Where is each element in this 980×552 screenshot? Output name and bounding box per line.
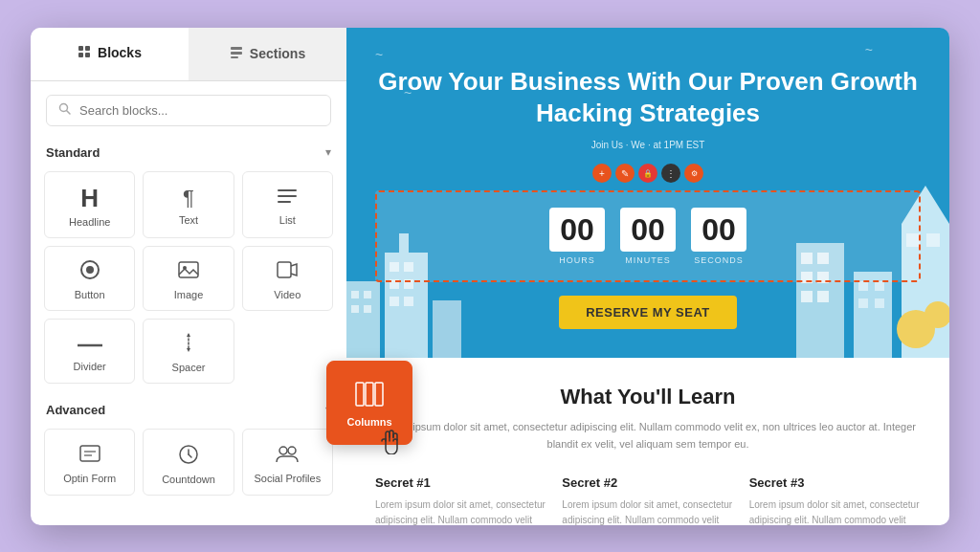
block-countdown[interactable]: Countdown [143,429,234,496]
search-bar[interactable] [46,95,331,126]
tabs-row: Blocks Sections [31,28,346,81]
toolbar-move-btn[interactable]: ⋮ [661,164,680,183]
search-input[interactable] [79,103,319,118]
svg-rect-32 [351,305,359,313]
secret-title-1: Secret #1 [375,475,546,490]
secret-title-2: Secret #2 [562,475,733,490]
optin-form-label: Optin Form [63,473,116,484]
learn-desc: Lorem ipsum dolor sit amet, consectetur … [375,419,921,453]
svg-marker-20 [187,348,190,352]
social-profiles-icon [275,444,300,467]
secrets-grid: Secret #1 Lorem ipsum dolor sit amet, co… [375,475,921,524]
sections-tab-icon [230,46,243,62]
button-label: Button [75,289,105,300]
svg-rect-3 [85,53,90,57]
list-label: List [279,214,296,226]
svg-rect-54 [875,298,884,308]
columns-label: Columns [346,416,391,428]
svg-rect-61 [356,383,364,406]
countdown-icon [177,443,200,468]
countdown-label: Countdown [162,474,215,485]
hero-title: Grow Your Business With Our Proven Growt… [375,66,921,131]
block-optin-form[interactable]: Optin Form [44,429,135,496]
headline-label: Headline [69,216,110,228]
toolbar-edit-btn[interactable]: ✎ [615,164,635,183]
toolbar-settings-btn[interactable]: ⚙ [684,164,703,183]
button-icon [78,260,101,283]
toolbar-add-btn[interactable]: + [592,164,612,183]
bird-icon-3: ~ [865,42,873,57]
standard-blocks-grid: H Headline ¶ Text List [31,167,346,393]
social-profiles-label: Social Profiles [254,473,321,484]
countdown-seconds-label: SECONDS [694,255,744,265]
hero-subtitle: Join Us · We · at 1PM EST [375,140,921,150]
svg-rect-21 [80,446,100,461]
advanced-section-header: Advanced ▾ [31,393,346,425]
countdown-box: 00 HOURS 00 MINUTES 00 SECONDS [375,190,921,282]
optin-form-icon [78,444,101,467]
toolbar-delete-btn[interactable]: 🔒 [638,164,657,183]
block-spacer[interactable]: Spacer [143,319,234,384]
left-panel: Blocks Sections [31,28,346,525]
block-text[interactable]: ¶ Text [143,171,234,238]
bird-icon-1: ~ [375,47,383,62]
advanced-label: Advanced [46,403,105,417]
divider-icon [78,334,102,355]
cursor-hand [380,430,401,459]
spacer-icon [177,333,200,356]
block-list[interactable]: List [242,171,333,238]
block-image[interactable]: Image [143,246,234,311]
svg-rect-16 [278,262,291,277]
block-button[interactable]: Button [44,246,135,311]
right-panel: ~ ~ ~ ~ [346,28,949,525]
text-icon: ¶ [183,188,194,209]
spacer-label: Spacer [172,362,206,373]
secret-text-2: Lorem ipsum dolor sit amet, consectetur … [562,497,733,524]
svg-marker-19 [187,333,190,337]
countdown-minutes: 00 MINUTES [620,208,676,265]
image-icon [177,260,200,283]
svg-rect-53 [858,298,868,308]
svg-rect-5 [231,52,242,55]
learn-title: What You'll Learn [375,385,921,409]
countdown-seconds-value: 00 [691,208,746,252]
video-icon [276,260,299,283]
headline-icon: H [80,186,99,210]
block-social-profiles[interactable]: Social Profiles [242,429,333,496]
secret-item-3: Secret #3 Lorem ipsum dolor sit amet, co… [749,475,921,524]
tab-sections[interactable]: Sections [189,28,346,80]
video-label: Video [274,289,301,300]
svg-rect-1 [85,46,90,51]
text-label: Text [179,214,198,226]
svg-point-13 [86,266,94,274]
svg-rect-0 [78,46,83,51]
svg-line-26 [189,454,191,457]
block-video[interactable]: Video [242,246,333,311]
countdown-hours-value: 00 [549,208,605,252]
countdown-hours-label: HOURS [559,255,595,265]
svg-rect-14 [179,262,198,277]
tab-sections-label: Sections [250,46,305,61]
countdown-toolbar: + ✎ 🔒 ⋮ ⚙ [375,164,921,183]
block-headline[interactable]: H Headline [44,171,135,238]
main-container: Blocks Sections [31,28,949,525]
tab-blocks[interactable]: Blocks [31,28,189,80]
standard-section-header: Standard ▾ [31,136,346,167]
svg-rect-33 [364,305,371,313]
svg-rect-51 [858,281,868,291]
svg-rect-41 [433,300,461,358]
svg-rect-40 [404,297,413,306]
search-icon [58,102,72,119]
hero-section: ~ ~ ~ ~ [346,28,949,359]
block-divider[interactable]: Divider [44,319,135,384]
svg-rect-49 [817,291,829,302]
svg-rect-2 [78,53,83,57]
reserve-btn[interactable]: RESERVE MY SEAT [559,296,737,329]
secret-text-1: Lorem ipsum dolor sit amet, consectetur … [375,497,546,524]
secret-text-3: Lorem ipsum dolor sit amet, consectetur … [749,497,921,524]
svg-rect-63 [375,383,383,406]
svg-rect-30 [351,291,359,298]
standard-chevron-icon: ▾ [325,145,331,159]
svg-point-28 [288,447,296,454]
svg-line-8 [67,110,71,114]
